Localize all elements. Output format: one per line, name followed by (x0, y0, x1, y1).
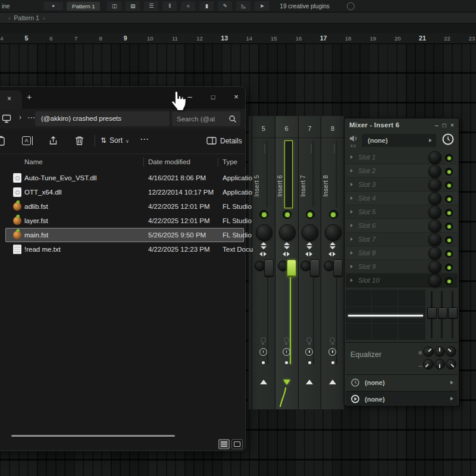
slot-mix-knob[interactable] (428, 151, 441, 164)
mixer-channel-strip[interactable]: 5 Insert 5 (252, 116, 275, 409)
eq-band-fader[interactable] (447, 290, 457, 340)
effect-slot[interactable]: Slot 8 (346, 246, 458, 260)
playlist-icon[interactable]: ◫ (107, 1, 121, 11)
sort-button[interactable]: ⇅Sort∨ (101, 136, 129, 145)
channel-rack-icon[interactable]: ☰ (144, 1, 158, 11)
effect-slot[interactable]: Slot 1 (346, 151, 458, 164)
eq-knob[interactable] (423, 359, 434, 369)
eq-knob[interactable] (446, 346, 456, 357)
window-close-button[interactable]: × (227, 89, 246, 105)
icons-view-button[interactable] (231, 439, 243, 449)
slot-enable-led[interactable] (445, 209, 453, 217)
playlist-timeline-ruler[interactable]: 4567891011121314151617181920212223 (0, 33, 476, 44)
delete-icon[interactable] (74, 136, 84, 146)
search-icon[interactable] (228, 115, 237, 123)
pan-knob[interactable] (256, 224, 273, 241)
effect-slot[interactable]: Slot 6 (346, 219, 458, 233)
slot-enable-led[interactable] (445, 264, 453, 271)
stereo-sep-arrows-icon[interactable] (283, 252, 290, 256)
column-header-name[interactable]: Name (24, 154, 43, 170)
select-tool-icon[interactable]: ➤ (255, 1, 269, 11)
track-sort-arrows-icon[interactable] (261, 242, 267, 249)
effect-slot[interactable]: Slot 4 (346, 192, 458, 205)
slot-mix-knob[interactable] (428, 165, 441, 178)
eq-knob[interactable] (446, 359, 456, 369)
effect-slot[interactable]: Slot 7 (346, 233, 458, 246)
mixer-channel-strip[interactable]: 8 Insert 8 (321, 116, 344, 409)
routing-arrow[interactable] (306, 380, 313, 384)
routing-arrow[interactable] (329, 380, 336, 384)
brush-tool-icon[interactable]: ✎ (218, 1, 232, 11)
paste-icon[interactable] (0, 136, 6, 146)
address-path[interactable]: (@akkiro) crashed presets (35, 111, 170, 126)
panel-maximize-button[interactable]: □ (443, 122, 446, 129)
column-divider[interactable] (143, 158, 144, 167)
record-indicator-icon[interactable] (347, 2, 355, 10)
fader-handle[interactable] (427, 308, 437, 319)
panel-titlebar[interactable]: Mixer - Insert 6 – □ × (345, 118, 459, 131)
slot-enable-led[interactable] (445, 181, 453, 189)
slot-enable-led[interactable] (445, 195, 453, 203)
file-row[interactable]: Auto-Tune_Evo_VST.dll 4/16/2021 8:06 PM … (5, 171, 244, 185)
rename-icon[interactable]: A (22, 136, 33, 147)
volume-fader[interactable] (287, 259, 296, 277)
mixer-icon[interactable]: ‖ (162, 1, 177, 11)
eq-knob[interactable] (423, 346, 434, 357)
track-sort-arrows-icon[interactable] (306, 242, 312, 249)
more-options-button[interactable]: ⋯ (140, 134, 149, 145)
effect-slot[interactable]: Slot 2 (346, 164, 458, 178)
slot-mix-knob[interactable] (428, 220, 441, 233)
stereo-sep-arrows-icon[interactable] (328, 252, 336, 256)
pattern-selector[interactable]: Pattern 1 (67, 2, 100, 11)
eq-knob[interactable] (434, 346, 445, 357)
record-arm-dot[interactable] (308, 361, 311, 364)
automation-clock-icon[interactable] (259, 348, 267, 356)
automation-clock-icon[interactable] (328, 348, 336, 356)
pan-knob[interactable] (302, 224, 318, 241)
volume-fader[interactable] (333, 259, 343, 277)
pencil-tool-icon[interactable]: ▮ (199, 1, 214, 11)
file-row[interactable]: !read me.txt 4/22/2025 12:23 PM Text Doc… (5, 242, 244, 256)
record-arm-dot[interactable] (262, 361, 265, 364)
eq-band-fader[interactable] (427, 290, 436, 340)
slot-mix-knob[interactable] (428, 274, 441, 287)
file-row[interactable]: OTT_x64.dll 12/22/2014 10:17 PM Applicat… (5, 185, 244, 199)
explorer-tab[interactable]: × (0, 90, 22, 109)
details-pane-button[interactable]: Details (206, 136, 242, 145)
mute-led[interactable] (329, 210, 338, 219)
slot-enable-led[interactable] (445, 154, 453, 162)
fader-handle[interactable] (448, 308, 458, 319)
track-sort-arrows-icon[interactable] (284, 242, 290, 249)
column-header-type[interactable]: Type (223, 154, 237, 170)
stereo-sep-arrows-icon[interactable] (305, 252, 312, 256)
column-header-date[interactable]: Date modified (148, 154, 190, 170)
file-row[interactable]: main.fst 5/26/2025 9:50 PM FL Studio (5, 228, 244, 242)
automation-clock-icon[interactable] (305, 348, 313, 356)
slot-enable-led[interactable] (445, 223, 453, 230)
volume-fader[interactable] (310, 259, 320, 277)
pan-knob[interactable] (325, 224, 342, 241)
effect-slot[interactable]: Slot 5 (346, 205, 458, 219)
fader-handle[interactable] (438, 308, 447, 319)
slot-enable-led[interactable] (445, 250, 453, 258)
panel-minimize-button[interactable]: – (435, 122, 439, 129)
channel-plugin-selector[interactable]: (none) (362, 134, 436, 147)
routing-arrow[interactable] (260, 380, 267, 384)
snap-selector-partial[interactable]: ine (2, 3, 10, 10)
tab-close-icon[interactable]: × (7, 95, 11, 103)
new-tab-button[interactable]: + (27, 92, 32, 102)
slot-mix-knob[interactable] (428, 247, 441, 260)
this-pc-icon[interactable] (2, 114, 12, 123)
window-maximize-button[interactable]: □ (203, 89, 223, 105)
slot-mix-knob[interactable] (428, 233, 441, 246)
mixer-channel-strip[interactable]: 7 Insert 7 (299, 116, 321, 409)
piano-roll-icon[interactable]: ▤ (126, 1, 140, 11)
path-collapsed-ellipsis[interactable]: ⋯ (27, 113, 35, 122)
details-view-button[interactable] (218, 439, 230, 449)
eq-band-fader[interactable] (437, 290, 447, 340)
eq-curve-display[interactable] (346, 290, 425, 340)
file-row[interactable]: adlib.fst 4/22/2025 12:01 PM FL Studio (5, 199, 244, 214)
panel-close-button[interactable]: × (450, 122, 454, 129)
record-arm-dot[interactable] (285, 361, 288, 364)
mute-led[interactable] (259, 210, 268, 219)
